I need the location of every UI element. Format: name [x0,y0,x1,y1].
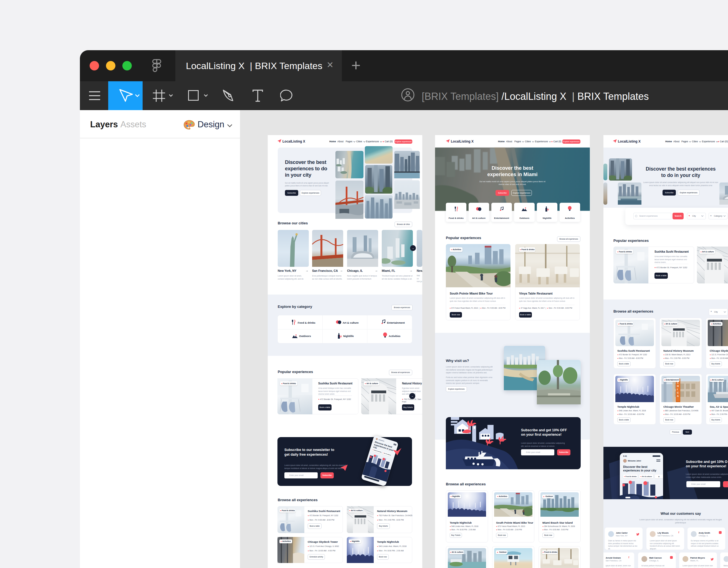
svg-text:I: I [677,388,678,391]
svg-text:H: H [677,385,679,387]
svg-text:C: C [677,391,679,394]
svg-text:A: A [677,395,679,397]
